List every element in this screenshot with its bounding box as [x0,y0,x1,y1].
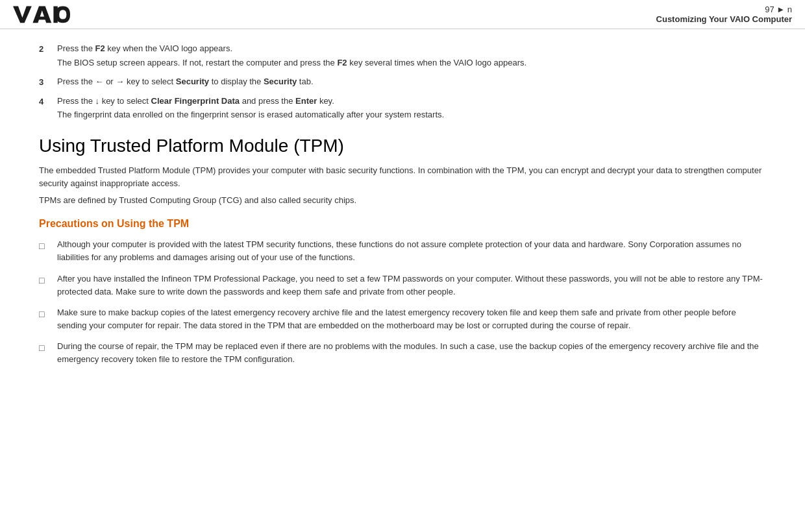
step-2-number: 2 [39,42,57,56]
step-2-text: Press the F2 key when the VAIO logo appe… [57,42,766,70]
page-header: 97 ► n Customizing Your VAIO Computer [0,0,805,29]
svg-marker-1 [32,6,51,23]
section-body-1: The embedded Trusted Platform Module (TP… [39,164,766,190]
step-3: 3 Press the ← or → key to select Securit… [39,75,766,90]
subsection-heading: Precautions on Using the TPM [39,216,766,232]
step-3-text: Press the ← or → key to select Security … [57,75,766,90]
checkbox-icon-1: □ [39,239,52,254]
checkbox-icon-3: □ [39,308,52,322]
step-4-text: Press the ↓ key to select Clear Fingerpr… [57,95,766,123]
svg-marker-0 [13,6,32,23]
step-4-number: 4 [39,95,57,108]
section-body-2: TPMs are defined by Trusted Computing Gr… [39,194,766,207]
step-4: 4 Press the ↓ key to select Clear Finger… [39,95,766,123]
step-2: 2 Press the F2 key when the VAIO logo ap… [39,42,766,70]
checkbox-icon-2: □ [39,274,52,288]
list-item: □ After you have installed the Infineon … [39,272,766,298]
vaio-logo [13,5,70,23]
header-right: 97 ► n Customizing Your VAIO Computer [656,5,792,24]
svg-rect-2 [36,17,48,20]
bullet-text-1: Although your computer is provided with … [57,238,766,264]
page-content: 2 Press the F2 key when the VAIO logo ap… [0,29,805,387]
list-item: □ Make sure to make backup copies of the… [39,306,766,332]
header-title: Customizing Your VAIO Computer [656,14,792,24]
section-heading: Using Trusted Platform Module (TPM) [39,134,766,158]
step-3-number: 3 [39,75,57,89]
precautions-list: □ Although your computer is provided wit… [39,238,766,366]
list-item: □ Although your computer is provided wit… [39,238,766,264]
bullet-text-2: After you have installed the Infineon TP… [57,272,766,298]
bullet-text-3: Make sure to make backup copies of the l… [57,306,766,332]
page-number: 97 ► n [765,5,792,14]
list-item: □ During the course of repair, the TPM m… [39,340,766,366]
bullet-text-4: During the course of repair, the TPM may… [57,340,766,366]
checkbox-icon-4: □ [39,341,52,356]
